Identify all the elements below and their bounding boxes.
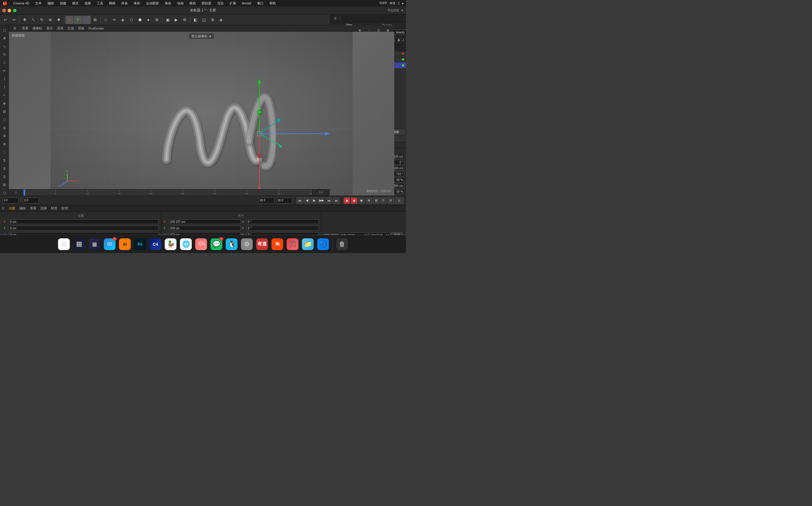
menu-select[interactable]: 选择 — [83, 1, 92, 6]
magnet-tool[interactable]: ⊕ — [1, 133, 8, 140]
play-btn[interactable]: ▶ — [311, 197, 318, 204]
perspective-button[interactable]: ◧ — [191, 16, 200, 24]
bevel-tool[interactable]: ◈ — [1, 100, 8, 107]
menu-arnold[interactable]: Arnold — [241, 1, 252, 5]
circle-vis-icon[interactable]: ☑ — [396, 58, 398, 61]
rot-btn[interactable]: R — [388, 197, 394, 204]
bottom-edit-btn[interactable]: 编辑 — [18, 206, 27, 210]
dock-mail[interactable]: ✉ 5 — [103, 237, 117, 251]
timeline-ruler[interactable]: 5 10 15 20 25 30 35 40 45 — [23, 189, 312, 195]
vp-prorender-btn[interactable]: ProRender — [88, 27, 105, 30]
add-object-button[interactable]: ✚ — [55, 16, 63, 24]
vp-display-btn[interactable]: 显示 — [46, 26, 54, 30]
dock-files[interactable]: 📁 — [301, 237, 315, 251]
axis-x-button[interactable]: X — [65, 16, 74, 24]
camera-button[interactable]: ⬢ — [136, 16, 144, 24]
snapshot-button[interactable]: ◱ — [200, 16, 208, 24]
bottom-create-btn[interactable]: 创建 — [8, 206, 16, 210]
dock-music[interactable]: 🎵 — [285, 237, 299, 251]
undo-button[interactable]: ↩ — [1, 16, 9, 24]
move-obj-tool[interactable]: ✥ — [1, 34, 8, 42]
menu-cinema4d[interactable]: Cinema 4D — [12, 1, 30, 5]
helix-vis-icon[interactable]: ☑ — [396, 64, 398, 67]
dock-launchpad[interactable] — [72, 237, 86, 251]
prev-frame-btn[interactable]: ◀ — [304, 197, 310, 204]
box-tool[interactable]: □ — [1, 59, 8, 67]
menu-character[interactable]: 角色 — [163, 1, 173, 6]
rivet-tool[interactable]: ⊗ — [1, 140, 8, 148]
start-frame-input[interactable] — [23, 198, 39, 203]
motion-btn[interactable]: ⊕ — [365, 197, 372, 204]
axis-z-button[interactable]: Z — [82, 16, 90, 24]
render-button[interactable]: ▶ — [172, 16, 180, 24]
rotate-tool-button[interactable]: ↻ — [38, 16, 46, 24]
menu-tracker[interactable]: 跟踪器 — [201, 1, 212, 6]
knife-tool[interactable]: ⌇ — [1, 75, 8, 83]
menu-edit[interactable]: 编辑 — [46, 1, 55, 6]
vp-filter-btn[interactable]: 过滤 — [67, 26, 75, 30]
dock-illustrator[interactable]: Ai — [118, 237, 132, 251]
dock-cleanmaster[interactable]: 🔵 — [316, 237, 330, 251]
dock-qq[interactable]: 🐧 — [224, 237, 239, 251]
dock-wechat[interactable]: 💬 2 — [209, 237, 223, 251]
rot-p-input[interactable] — [247, 226, 318, 231]
bottom-texture-btn[interactable]: 纹理 — [61, 206, 69, 210]
render-region-button[interactable]: ▣ — [163, 16, 172, 24]
sweep-vis-icon[interactable]: ☑ — [396, 52, 398, 55]
camera-dropdown-icon[interactable]: ▼ — [209, 34, 212, 38]
ri-menu-icon[interactable]: ☰ — [332, 15, 338, 22]
deformer-button[interactable]: ⬡ — [127, 16, 135, 24]
axis-y-button[interactable]: Y — [74, 16, 82, 24]
pattern-tool[interactable]: ⊞ — [1, 181, 8, 189]
dock-taobao[interactable]: 淘 — [270, 237, 284, 251]
menu-window[interactable]: 窗口 — [256, 1, 265, 6]
record-auto-btn[interactable]: ⏺ — [351, 197, 357, 204]
dollar2-tool[interactable]: $ — [1, 165, 8, 172]
dock-chrome[interactable]: 🌐 — [179, 237, 193, 251]
scale-tool-button[interactable]: ⤡ — [29, 16, 37, 24]
keyframe-btn[interactable]: ◉ — [358, 197, 365, 204]
mirror-tool[interactable]: ⊞ — [1, 108, 8, 115]
measure-tool[interactable]: ⌶ — [1, 149, 8, 156]
cloner-button[interactable]: ⊞ — [153, 16, 161, 24]
extrude-tool[interactable]: ⤴ — [1, 83, 8, 91]
viewport[interactable]: X Y Z 默认摄像机 ▼ 透视视图 网格间距：100 cm — [9, 31, 394, 195]
vp-camera-btn[interactable]: 摄像机 — [32, 26, 43, 30]
frames-btn[interactable]: ||| — [395, 197, 404, 204]
render-settings-button[interactable]: ⚙ — [181, 16, 189, 24]
rotate-obj-tool[interactable]: ↻ — [1, 51, 8, 58]
next-frame-btn[interactable]: ▶▶ — [318, 197, 325, 204]
dock-finder[interactable]: 🖥 — [57, 237, 71, 251]
bottom-menu-icon[interactable]: ☰ — [2, 207, 4, 210]
maximize-button[interactable] — [13, 9, 16, 12]
dock-photoshop[interactable]: Ps — [133, 237, 147, 251]
bottom-material-btn[interactable]: 材质 — [50, 206, 58, 210]
menu-mode[interactable]: 模式 — [71, 1, 80, 6]
current-frame-input[interactable] — [2, 198, 18, 203]
menu-extend[interactable]: 扩展 — [228, 1, 237, 6]
end-frame-input[interactable] — [258, 198, 274, 203]
menu-mograph[interactable]: 运动图形 — [145, 1, 160, 6]
menu-spline[interactable]: 样条 — [120, 1, 129, 6]
circle-check-icon[interactable]: ✓ — [399, 58, 401, 61]
dollar3-tool[interactable]: $ — [1, 173, 8, 181]
dock-youdao[interactable]: 有道 — [255, 237, 269, 251]
minimize-button[interactable] — [8, 9, 11, 12]
dock-mission-control[interactable]: ▦ — [87, 237, 102, 251]
menu-create[interactable]: 创建 — [59, 1, 67, 6]
menu-simulate[interactable]: 模拟 — [188, 1, 197, 6]
size-x-input[interactable] — [169, 219, 241, 224]
loop-btn[interactable]: ⏭ — [333, 197, 339, 204]
spline-draw-tool[interactable]: ✏ — [1, 67, 8, 75]
ri-i-btn[interactable]: i — [402, 37, 405, 43]
menu-file[interactable]: 文件 — [34, 1, 43, 6]
menu-volume[interactable]: 体积 — [133, 1, 141, 6]
display-dropdown[interactable]: beauty diffuse specular — [393, 30, 406, 35]
apple-menu[interactable]: 🍎 — [2, 1, 7, 6]
vp-nav2[interactable]: ↑ — [365, 26, 373, 34]
layer-btn[interactable]: ⊞ — [373, 197, 379, 204]
transform-tool-button[interactable]: ⊕ — [46, 16, 54, 24]
vp-menu-btn[interactable]: ☰ — [11, 24, 19, 32]
pos-btn[interactable]: P — [380, 197, 387, 204]
vp-nav4[interactable]: ⊞ — [384, 26, 392, 34]
